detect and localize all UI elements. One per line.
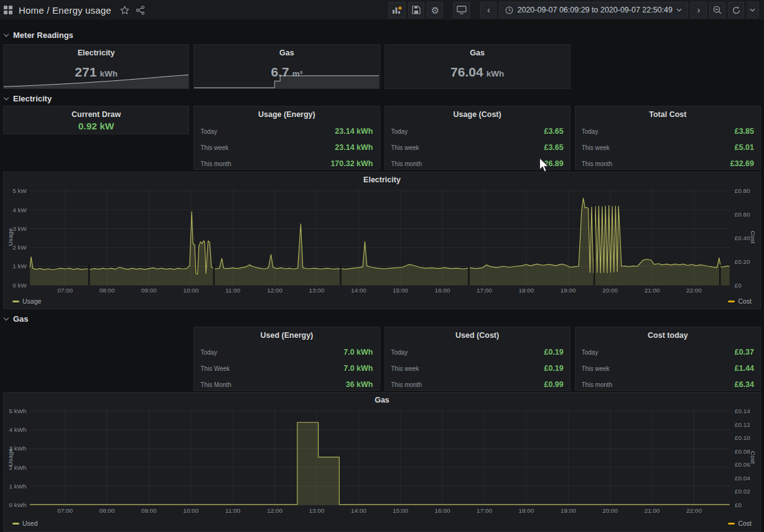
legend-label: Cost (738, 297, 752, 305)
add-panel-button[interactable] (388, 2, 406, 18)
right-axis-title: Cost (750, 231, 757, 244)
x-axis-tick: 12:00 (267, 507, 282, 514)
row-header-gas[interactable]: Gas (4, 314, 29, 323)
stat-label: This week (582, 365, 610, 372)
refresh-button[interactable] (728, 2, 744, 18)
dashboard-grid-icon[interactable] (4, 6, 12, 14)
panel-title[interactable]: Usage (Cost) (385, 106, 570, 119)
stat-label: This month (200, 161, 231, 167)
time-range-picker[interactable]: 2020-09-07 06:09:29 to 2020-09-07 22:50:… (499, 2, 688, 18)
stat-row: This week£3.65 (391, 139, 564, 156)
stat-value: £26.89 (540, 159, 564, 168)
panel-title[interactable]: Electricity (4, 45, 189, 57)
stat-value: 23.14 kWh (335, 127, 373, 136)
gas-chart[interactable]: 07:0008:0009:0010:0011:0012:0013:0014:00… (4, 393, 760, 531)
current-draw-panel: Current Draw 0.92 kW (3, 106, 189, 134)
panel-title[interactable]: Used (Energy) (194, 327, 379, 340)
data-gap (88, 264, 90, 285)
data-gap (594, 204, 595, 285)
series-line (30, 422, 730, 505)
legend-color-dash (12, 523, 19, 525)
panel-title[interactable]: Gas (385, 45, 570, 57)
legend-item-cost[interactable]: Cost (728, 297, 752, 305)
panel-title[interactable]: Total Cost (575, 106, 760, 119)
stat-label: This week (391, 365, 419, 372)
meter-readings-row: Electricity271kWhGas6.7m³Gas76.04kWh (3, 44, 761, 89)
x-axis-tick: 20:00 (602, 507, 618, 514)
x-axis-tick: 18:00 (518, 287, 534, 294)
stat-row: This Month36 kWh (200, 376, 373, 391)
share-icon[interactable] (136, 6, 145, 15)
x-axis-tick: 22:00 (686, 287, 702, 294)
row-collapse-icon (4, 95, 9, 100)
x-axis-tick: 21:00 (645, 507, 660, 514)
legend-item-usage[interactable]: Usage (12, 297, 41, 305)
series-area (30, 198, 730, 285)
legend-item-used[interactable]: Used (12, 520, 38, 527)
meter-value: 76.04kWh (385, 65, 570, 83)
legend-color-dash (728, 523, 735, 525)
refresh-interval-dropdown[interactable] (747, 2, 759, 18)
save-dashboard-button[interactable] (408, 2, 424, 18)
stat-rows: Today7.0 kWhThis Week7.0 kWhThis Month36… (194, 340, 379, 391)
stat-value: 36 kWh (346, 380, 373, 389)
dashboard-settings-button[interactable]: ⚙ (427, 2, 443, 18)
stat-label: This month (582, 161, 612, 167)
x-axis-tick: 08:00 (100, 287, 115, 294)
stat-label: This month (391, 161, 422, 167)
cycle-view-mode-button[interactable] (453, 2, 470, 18)
stat-label: Today (582, 349, 599, 356)
electricity-chart[interactable]: 07:0008:0009:0010:0011:0012:0013:0014:00… (4, 172, 760, 309)
panel-title[interactable]: Gas (194, 45, 379, 57)
meter-value: 271kWh (4, 65, 189, 83)
right-axis-tick: £0.14 (735, 408, 750, 414)
panel-title[interactable]: Used (Cost) (385, 327, 570, 340)
star-icon[interactable] (120, 6, 129, 15)
panel-title[interactable]: Current Draw (4, 106, 189, 119)
electricity-stats-row: Current Draw 0.92 kW Usage (Energy)Today… (3, 106, 761, 170)
row-header-electricity[interactable]: Electricity (4, 94, 52, 103)
chart-title[interactable]: Electricity (4, 175, 760, 184)
stat-row: This week£1.44 (582, 360, 754, 376)
left-axis-title: Usage (7, 228, 14, 246)
meter-value: 6.7m³ (194, 65, 379, 83)
x-axis-tick: 11:00 (225, 507, 241, 514)
stat-row: Today7.0 kWh (200, 344, 373, 360)
x-axis-tick: 13:00 (309, 507, 325, 514)
legend-item-cost[interactable]: Cost (728, 520, 752, 527)
stat-panel-usage-energy: Usage (Energy)Today23.14 kWhThis week23.… (193, 106, 380, 170)
right-axis-tick: £0.20 (735, 258, 750, 265)
meter-panel-gas: Gas6.7m³ (193, 44, 380, 89)
panel-title[interactable]: Cost today (575, 327, 760, 340)
stat-value: 7.0 kWh (343, 364, 373, 373)
zoom-out-time-button[interactable] (709, 2, 725, 18)
stat-label: This week (200, 144, 228, 151)
time-range-forward-button[interactable]: › (691, 2, 707, 18)
left-axis-title: Usage (7, 448, 14, 466)
stat-label: Today (200, 128, 217, 135)
stat-value: £3.65 (544, 143, 563, 152)
stat-rows: Today23.14 kWhThis week23.14 kWhThis mon… (194, 119, 379, 170)
chart-title[interactable]: Gas (4, 396, 760, 404)
stat-value: £3.65 (544, 127, 563, 136)
stat-label: Today (391, 349, 408, 356)
x-axis-tick: 07:00 (57, 507, 73, 514)
row-header-meter-readings[interactable]: Meter Readings (4, 30, 73, 39)
stat-row: This week23.14 kWh (200, 139, 373, 156)
x-axis-tick: 09:00 (141, 507, 157, 514)
right-axis-tick: £0 (735, 502, 742, 508)
breadcrumb[interactable]: Home / Energy usage (19, 5, 111, 16)
series-area (30, 422, 730, 505)
left-axis-tick: 5 kW (12, 187, 27, 194)
stat-value: 7.0 kWh (343, 348, 373, 357)
x-axis-tick: 10:00 (183, 287, 198, 294)
x-axis-tick: 20:00 (602, 287, 618, 294)
meter-value-unit: kWh (100, 69, 118, 78)
stat-row: Today£3.65 (391, 123, 564, 139)
panel-title[interactable]: Usage (Energy) (194, 106, 379, 119)
data-gap (213, 264, 215, 285)
time-range-back-button[interactable]: ‹ (480, 2, 496, 18)
stat-row: Today23.14 kWh (200, 123, 373, 139)
stat-row: This week£5.01 (582, 139, 754, 156)
stat-value: 170.32 kWh (330, 159, 373, 168)
